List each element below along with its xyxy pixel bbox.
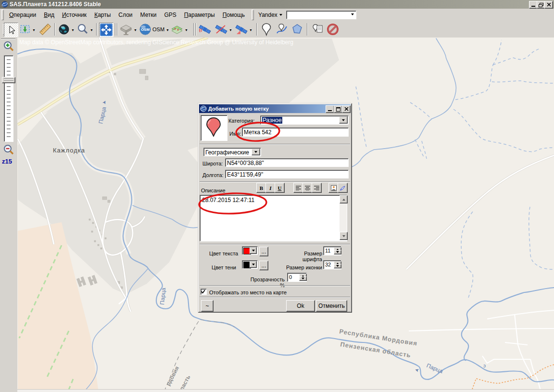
hide-marks-icon: [326, 23, 340, 36]
opacity-down[interactable]: [299, 277, 307, 281]
menu-1[interactable]: Операции: [5, 12, 40, 18]
cache-dropdown-icon[interactable]: ▼: [133, 28, 138, 32]
fullscreen-button[interactable]: [99, 23, 113, 37]
bold-button[interactable]: B: [256, 183, 266, 193]
provider-dropdown-icon[interactable]: [279, 14, 282, 16]
map-type-button[interactable]: OSM: [138, 23, 152, 36]
category-combo[interactable]: Разное: [260, 115, 349, 125]
dialog-separator: [200, 244, 350, 245]
show-on-map-checkbox[interactable]: [201, 289, 207, 295]
insert-image-button[interactable]: [328, 183, 339, 193]
add-placemark-button[interactable]: [260, 23, 273, 36]
menu-2[interactable]: Вид: [40, 12, 58, 18]
zoom-dropdown-icon[interactable]: ▼: [89, 28, 94, 32]
ok-button[interactable]: Ok: [286, 300, 315, 312]
align-center-button[interactable]: [302, 183, 313, 193]
zoom-slider-track[interactable]: [4, 55, 13, 142]
italic-button[interactable]: I: [265, 183, 276, 193]
add-polygon-button[interactable]: [290, 23, 304, 36]
close-button[interactable]: [544, 1, 553, 9]
gps-connect-button[interactable]: [198, 23, 212, 36]
dialog-maximize-button[interactable]: [334, 105, 342, 113]
text-color-more-button[interactable]: ...: [259, 247, 268, 256]
zoom-slider-handle[interactable]: [2, 77, 15, 83]
lon-input[interactable]: E43°11'59,49": [225, 170, 349, 178]
shadow-color-dropdown[interactable]: [250, 261, 257, 268]
name-input[interactable]: Метка 542: [242, 127, 349, 137]
source-button[interactable]: [57, 23, 71, 36]
layers-button[interactable]: [170, 23, 184, 36]
description-textarea[interactable]: 28.07.2015 12:47:11: [200, 195, 347, 241]
text-color-dropdown[interactable]: [250, 247, 257, 254]
zoom-tool-button[interactable]: [76, 23, 89, 36]
text-color-combo[interactable]: [242, 246, 258, 255]
select-dropdown-icon[interactable]: ▼: [32, 28, 36, 32]
gps-sat-center-icon: [235, 23, 248, 36]
cancel-button[interactable]: Отменить: [316, 300, 347, 312]
gps-sat-track-icon: [214, 23, 228, 36]
hide-marks-button[interactable]: [326, 23, 340, 36]
zoom-in-button[interactable]: [3, 40, 14, 53]
category-dropdown-button[interactable]: [339, 116, 348, 124]
description-text: 28.07.2015 12:47:11: [202, 197, 254, 203]
gps-center-button[interactable]: [235, 23, 248, 36]
source-globe-icon: [58, 24, 70, 35]
textarea-scrollbar[interactable]: [340, 195, 347, 240]
search-dropdown-icon[interactable]: [351, 13, 354, 15]
lat-input[interactable]: N54°00'38,88": [225, 158, 349, 167]
toolbar-separator: [307, 23, 308, 36]
dialog-separator: [200, 144, 350, 145]
align-right-icon: [314, 186, 319, 190]
cache-button[interactable]: [119, 23, 133, 36]
icon-size-down[interactable]: [334, 264, 341, 269]
zoom-out-button[interactable]: [3, 144, 14, 156]
search-input[interactable]: [286, 11, 356, 19]
menu-7[interactable]: GPS: [160, 12, 180, 18]
toolbar-separator: [195, 23, 196, 36]
dialog-close-button[interactable]: [342, 105, 351, 113]
maptype-dropdown-icon[interactable]: ▼: [165, 28, 170, 32]
shadow-color-combo[interactable]: [242, 260, 258, 269]
cursor-icon: [6, 25, 16, 35]
scroll-down-button[interactable]: [340, 232, 348, 240]
add-path-button[interactable]: [275, 23, 289, 36]
placemark-manager-button[interactable]: [311, 23, 324, 36]
coordtype-dropdown-button[interactable]: [252, 149, 260, 155]
search-grip[interactable]: [252, 10, 254, 20]
gps-center-dropdown-icon[interactable]: ▼: [249, 28, 253, 32]
icon-size-spinner[interactable]: 32: [323, 260, 341, 269]
layers-dropdown-icon[interactable]: ▼: [184, 28, 189, 32]
insert-link-button[interactable]: [338, 183, 348, 193]
magnifier-icon: [76, 23, 89, 36]
select-tool-button[interactable]: [18, 23, 32, 36]
menu-9[interactable]: Помощь: [219, 12, 249, 18]
source-dropdown-icon[interactable]: ▼: [71, 28, 75, 32]
template-button[interactable]: ~: [201, 300, 214, 312]
gps-track-dropdown-icon[interactable]: ▼: [228, 28, 233, 32]
map-label-town: Кажлодка: [53, 147, 85, 154]
menu-6[interactable]: Метки: [137, 12, 161, 18]
app-icon: [1, 1, 8, 8]
font-size-down[interactable]: [334, 250, 341, 255]
shadow-color-more-button[interactable]: ...: [259, 261, 268, 270]
osm-label[interactable]: OSM: [152, 26, 164, 32]
cursor-tool-button[interactable]: [4, 23, 18, 37]
font-size-spinner[interactable]: 11: [323, 246, 341, 255]
coord-type-combo[interactable]: Географические: [203, 148, 261, 156]
gps-track-button[interactable]: [214, 23, 228, 36]
menu-8[interactable]: Параметры: [180, 12, 219, 18]
menu-5[interactable]: Слои: [114, 12, 136, 18]
align-left-button[interactable]: [293, 183, 303, 193]
ruler-tool-button[interactable]: [38, 23, 52, 36]
scroll-up-button[interactable]: [340, 195, 348, 203]
menubar-grip[interactable]: [1, 10, 4, 20]
search-provider[interactable]: Yandex: [258, 12, 277, 18]
menu-4[interactable]: Карты: [90, 12, 114, 18]
placemark-preview[interactable]: [201, 115, 227, 141]
menu-3[interactable]: Источник: [58, 12, 90, 18]
bottom-strip: [17, 389, 554, 392]
underline-button[interactable]: U: [275, 183, 285, 193]
dialog-minimize-button[interactable]: [326, 105, 334, 113]
align-right-button[interactable]: [312, 183, 322, 193]
opacity-spinner[interactable]: 0: [287, 273, 307, 282]
